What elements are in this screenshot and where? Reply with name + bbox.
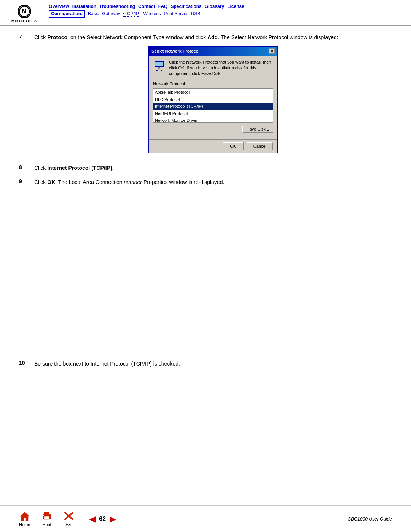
nav-sub-usb[interactable]: USB <box>191 11 201 16</box>
svg-point-9 <box>156 70 158 71</box>
nav-main-row: Overview Installation Troubleshooting Co… <box>49 4 244 9</box>
list-item-appletalk[interactable]: AppleTalk Protocol <box>153 89 273 96</box>
page-number: 62 <box>99 516 106 522</box>
svg-point-10 <box>161 70 162 71</box>
nav-area: Overview Installation Troubleshooting Co… <box>49 4 244 18</box>
svg-rect-13 <box>44 512 49 515</box>
next-page-arrow[interactable]: ▶ <box>110 514 115 524</box>
dialog-description: Click the Network Protocol that you want… <box>169 59 273 77</box>
footer-home-label: Home <box>19 522 30 527</box>
step-8: 8 Click Internet Protocol (TCP/IP). <box>19 164 392 172</box>
footer-pagination: ◀ 62 ▶ <box>89 514 115 524</box>
dialog-titlebar: Select Network Protocol ✕ <box>149 47 277 56</box>
dialog-protocol-listbox[interactable]: AppleTalk Protocol DLC Protocol Internet… <box>153 88 273 123</box>
dialog-close-button[interactable]: ✕ <box>269 48 275 54</box>
home-icon <box>19 511 30 521</box>
footer-exit-item[interactable]: Exit <box>64 511 74 527</box>
list-item-network-monitor[interactable]: Network Monitor Driver <box>153 117 273 123</box>
have-disk-button[interactable]: Have Disk... <box>242 126 273 133</box>
guide-title: SBG1000 User Guide <box>348 516 392 522</box>
dialog-body: Click the Network Protocol that you want… <box>149 56 277 140</box>
nav-license[interactable]: License <box>227 4 244 9</box>
dialog-title: Select Network Protocol <box>151 48 200 54</box>
svg-marker-11 <box>20 512 29 521</box>
footer-print-label: Print <box>43 522 51 527</box>
nav-contact[interactable]: Contact <box>138 4 155 9</box>
footer-home-item[interactable]: Home <box>19 511 30 527</box>
step-7-number: 7 <box>19 34 34 158</box>
nav-faq[interactable]: FAQ <box>158 4 168 9</box>
nav-installation[interactable]: Installation <box>72 4 96 9</box>
list-item-dlc[interactable]: DLC Protocol <box>153 96 273 103</box>
motorola-logo: M MOTOROLA <box>11 5 37 23</box>
svg-rect-4 <box>155 62 163 66</box>
step-9-number: 9 <box>19 178 34 186</box>
dialog-network-icon <box>153 59 165 72</box>
step-10-number: 10 <box>19 360 34 368</box>
dialog-screenshot-container: Select Network Protocol ✕ <box>34 46 392 153</box>
dialog-cancel-button[interactable]: Cancel <box>247 142 273 150</box>
dialog-list-label: Network Protocol: <box>153 81 273 87</box>
nav-sub-row: Configuration: Basic Gateway TCP/IP Wire… <box>49 10 244 18</box>
nav-config-label: Configuration: <box>49 10 85 18</box>
nav-sub-gateway[interactable]: Gateway <box>102 11 120 16</box>
prev-page-arrow[interactable]: ◀ <box>89 514 95 524</box>
nav-glossary[interactable]: Glossary <box>205 4 224 9</box>
spacer <box>19 192 392 360</box>
print-icon <box>41 511 52 521</box>
dialog-have-disk-row: Have Disk... <box>153 126 273 133</box>
step-9-content: Click OK. The Local Area Connection numb… <box>34 178 392 186</box>
page-header: M MOTOROLA Overview Installation Trouble… <box>0 0 411 26</box>
logo-text: MOTOROLA <box>11 19 37 23</box>
nav-troubleshooting[interactable]: Troubleshooting <box>99 4 135 9</box>
step-8-content: Click Internet Protocol (TCP/IP). <box>34 164 392 172</box>
dialog-footer: OK Cancel <box>149 139 277 153</box>
step-8-number: 8 <box>19 164 34 172</box>
step-7: 7 Click Protocol on the Select Network C… <box>19 34 392 158</box>
motorola-logo-circle: M <box>18 5 31 18</box>
nav-sub-tcpip[interactable]: TCP/IP <box>123 11 140 17</box>
step-10: 10 Be sure the box next to Internet Prot… <box>19 360 392 368</box>
step-7-content: Click Protocol on the Select Network Com… <box>34 34 392 158</box>
logo-area: M MOTOROLA <box>11 5 37 23</box>
dialog-ok-button[interactable]: OK <box>223 142 244 150</box>
list-item-tcpip[interactable]: Internet Protocol (TCP/IP) <box>153 103 273 110</box>
step-9: 9 Click OK. The Local Area Connection nu… <box>19 178 392 186</box>
footer-exit-label: Exit <box>65 522 72 527</box>
nav-sub-basic[interactable]: Basic <box>88 11 99 16</box>
nav-overview[interactable]: Overview <box>49 4 69 9</box>
select-network-protocol-dialog: Select Network Protocol ✕ <box>148 46 278 153</box>
nav-sub-wireless[interactable]: Wireless <box>143 11 161 16</box>
list-item-netbeui[interactable]: NetBEUI Protocol <box>153 110 273 117</box>
svg-rect-15 <box>43 515 44 516</box>
nav-specifications[interactable]: Specifications <box>170 4 201 9</box>
dialog-top-section: Click the Network Protocol that you want… <box>153 59 273 77</box>
step-10-content: Be sure the box next to Internet Protoco… <box>34 360 392 368</box>
svg-rect-14 <box>44 516 49 519</box>
main-content: 7 Click Protocol on the Select Network C… <box>0 26 411 382</box>
footer-print-item[interactable]: Print <box>41 511 52 527</box>
svg-text:M: M <box>22 8 27 14</box>
page-footer: Home Print Exit ◀ 62 ▶ SBG1000 User Guid… <box>0 505 411 532</box>
exit-icon <box>64 511 74 521</box>
nav-sub-print-server[interactable]: Print Server <box>164 11 188 16</box>
